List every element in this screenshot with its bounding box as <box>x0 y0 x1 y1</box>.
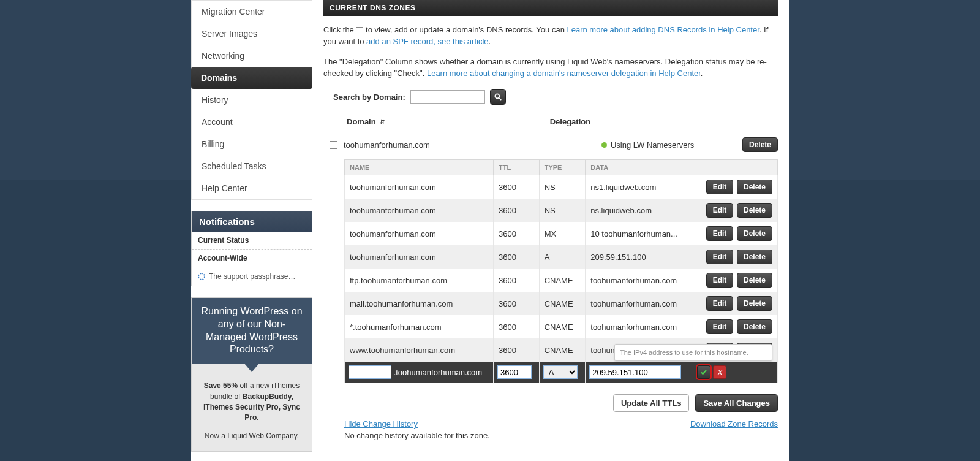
edit-record-button[interactable]: Edit <box>706 250 734 264</box>
sidebar-item-networking[interactable]: Networking <box>192 45 312 67</box>
download-zone-records-link[interactable]: Download Zone Records <box>690 419 778 429</box>
th-ttl: TTL <box>494 160 540 175</box>
notifications-header: Notifications <box>192 211 312 232</box>
confirm-record-button[interactable] <box>697 365 710 379</box>
sidebar-item-migration-center[interactable]: Migration Center <box>192 1 312 23</box>
svg-line-1 <box>499 98 502 101</box>
zone-domain-name: toohumanforhuman.com <box>344 140 430 150</box>
cell-name: toohumanforhuman.com <box>345 199 494 222</box>
edit-record-button[interactable]: Edit <box>706 319 734 334</box>
delete-zone-button[interactable]: Delete <box>742 137 778 152</box>
panel-title: CURRENT DNS ZONES <box>323 0 778 16</box>
edit-record-button[interactable]: Edit <box>706 203 734 218</box>
cell-name: ftp.toohumanforhuman.com <box>345 269 494 292</box>
cell-name: www.toohumanforhuman.com <box>345 338 494 362</box>
new-record-row: .toohumanforhuman.comAX <box>345 362 778 383</box>
sidebar-item-history[interactable]: History <box>192 89 312 111</box>
notification-item[interactable]: The support passphrase… <box>192 267 312 286</box>
edit-record-button[interactable]: Edit <box>706 180 734 194</box>
save-all-changes-button[interactable]: Save All Changes <box>695 394 778 412</box>
sidebar-nav: Migration CenterServer ImagesNetworkingD… <box>191 0 312 200</box>
delegation-status-text: Using LW Nameservers <box>611 140 694 150</box>
hide-change-history-link[interactable]: Hide Change History <box>344 419 418 429</box>
cell-ttl: 3600 <box>494 292 540 315</box>
new-record-suffix: .toohumanforhuman.com <box>394 368 483 377</box>
cancel-record-button[interactable]: X <box>713 365 726 379</box>
notifications-panel: Notifications Current Status Account-Wid… <box>191 211 312 286</box>
sidebar-item-help-center[interactable]: Help Center <box>192 177 312 199</box>
svg-point-0 <box>495 94 499 99</box>
cell-type: CNAME <box>539 338 586 362</box>
search-button[interactable] <box>490 89 506 105</box>
sidebar-item-billing[interactable]: Billing <box>192 133 312 155</box>
search-icon <box>494 93 502 101</box>
delete-record-button[interactable]: Delete <box>737 273 772 288</box>
collapse-toggle[interactable]: − <box>330 141 337 149</box>
main-content: CURRENT DNS ZONES Click the + to view, a… <box>312 0 789 461</box>
cell-ttl: 3600 <box>494 269 540 292</box>
cell-data: ns.liquidweb.com <box>586 199 693 222</box>
cell-name: *.toohumanforhuman.com <box>345 315 494 338</box>
edit-record-button[interactable]: Edit <box>706 273 734 288</box>
sidebar-item-server-images[interactable]: Server Images <box>192 23 312 45</box>
spf-article-link[interactable]: add an SPF record, see this article <box>366 37 488 46</box>
cell-ttl: 3600 <box>494 338 540 362</box>
table-row: toohumanforhuman.com3600NSns.liquidweb.c… <box>345 199 778 222</box>
intro-paragraph-1: Click the + to view, add or update a dom… <box>323 25 778 48</box>
sidebar-item-domains[interactable]: Domains <box>191 67 312 89</box>
new-record-type-select[interactable]: A <box>543 365 578 379</box>
delegation-status: Using LW Nameservers <box>601 140 694 150</box>
new-record-ttl-input[interactable] <box>497 365 532 379</box>
cell-type: CNAME <box>539 292 586 315</box>
delete-record-button[interactable]: Delete <box>737 319 772 334</box>
delete-record-button[interactable]: Delete <box>737 250 772 264</box>
update-all-ttls-button[interactable]: Update All TTLs <box>613 394 689 412</box>
ad-body-text: Save 55% off a new iThemes bundle of Bac… <box>192 377 312 427</box>
data-field-tooltip: The IPv4 address to use for this hostnam… <box>614 344 772 361</box>
cell-data: toohumanforhuman.com <box>586 292 693 315</box>
new-record-data-input[interactable] <box>589 365 681 379</box>
delete-record-button[interactable]: Delete <box>737 226 772 241</box>
notifications-current-status[interactable]: Current Status <box>192 232 312 250</box>
intro-paragraph-2: The "Delegation" Column shows whether a … <box>323 56 778 80</box>
plus-icon: + <box>356 27 363 34</box>
loading-spinner-icon <box>198 273 205 280</box>
table-row: *.toohumanforhuman.com3600CNAMEtoohumanf… <box>345 315 778 338</box>
delete-record-button[interactable]: Delete <box>737 296 772 311</box>
table-row: toohumanforhuman.com3600MX10 toohumanfor… <box>345 222 778 245</box>
cell-type: MX <box>539 222 586 245</box>
search-label: Search by Domain: <box>333 93 405 102</box>
th-name: NAME <box>345 160 494 175</box>
domain-column-header[interactable]: Domain ⇵ <box>347 117 385 126</box>
cell-data: ns1.liquidweb.com <box>586 175 693 199</box>
cell-type: NS <box>539 199 586 222</box>
search-input[interactable] <box>410 90 485 104</box>
help-dns-records-link[interactable]: Learn more about adding DNS Records in H… <box>567 25 759 34</box>
search-row: Search by Domain: <box>323 89 778 105</box>
edit-record-button[interactable]: Edit <box>706 226 734 241</box>
help-delegation-link[interactable]: Learn more about changing a domain's nam… <box>427 69 701 78</box>
ad-headline: Running WordPress on any of our Non-Mana… <box>192 298 312 364</box>
cell-data: toohumanforhuman.com <box>586 269 693 292</box>
cell-ttl: 3600 <box>494 175 540 199</box>
th-actions <box>693 160 778 175</box>
notification-text: The support passphrase… <box>209 272 295 281</box>
sidebar-item-scheduled-tasks[interactable]: Scheduled Tasks <box>192 155 312 177</box>
edit-record-button[interactable]: Edit <box>706 296 734 311</box>
check-icon <box>700 368 707 376</box>
sidebar-item-account[interactable]: Account <box>192 111 312 133</box>
ad-company-text: Now a Liquid Web Company. <box>192 427 312 445</box>
delete-record-button[interactable]: Delete <box>737 203 772 218</box>
table-row: toohumanforhuman.com3600NSns1.liquidweb.… <box>345 175 778 199</box>
promo-ad[interactable]: Running WordPress on any of our Non-Mana… <box>191 297 312 452</box>
no-change-history-text: No change history available for this zon… <box>344 431 778 440</box>
cell-data: 10 toohumanforhuman... <box>586 222 693 245</box>
cell-type: NS <box>539 175 586 199</box>
notifications-account-wide[interactable]: Account-Wide <box>192 250 312 267</box>
cell-name: toohumanforhuman.com <box>345 245 494 269</box>
new-record-subdomain-input[interactable] <box>349 365 391 379</box>
delete-record-button[interactable]: Delete <box>737 180 772 194</box>
table-row: ftp.toohumanforhuman.com3600CNAMEtoohuma… <box>345 269 778 292</box>
delegation-column-header[interactable]: Delegation <box>550 117 590 126</box>
ad-arrow-icon <box>244 364 259 372</box>
